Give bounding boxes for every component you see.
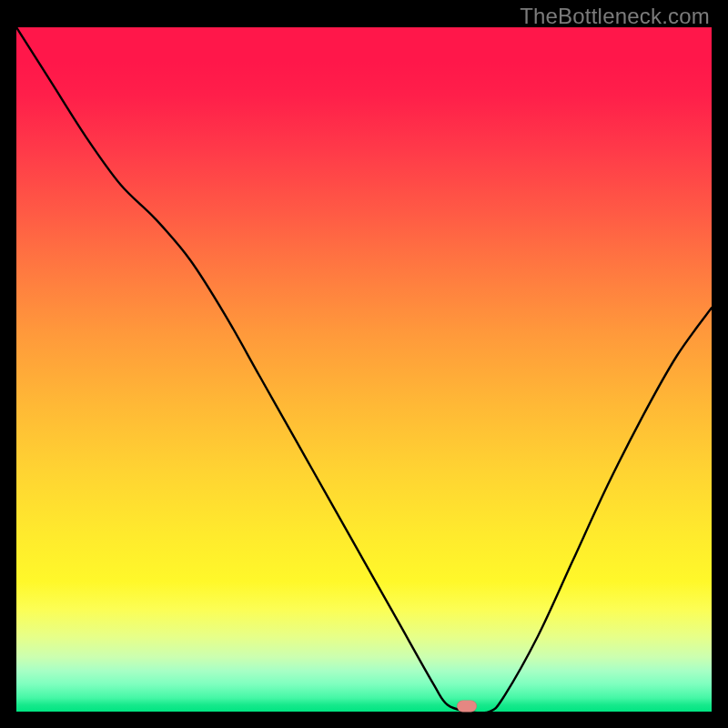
optimum-marker	[457, 700, 477, 712]
chart-stage: TheBottleneck.com	[0, 0, 728, 728]
watermark-text: TheBottleneck.com	[520, 4, 710, 29]
plot-area	[16, 27, 712, 712]
bottleneck-curve	[16, 27, 712, 712]
